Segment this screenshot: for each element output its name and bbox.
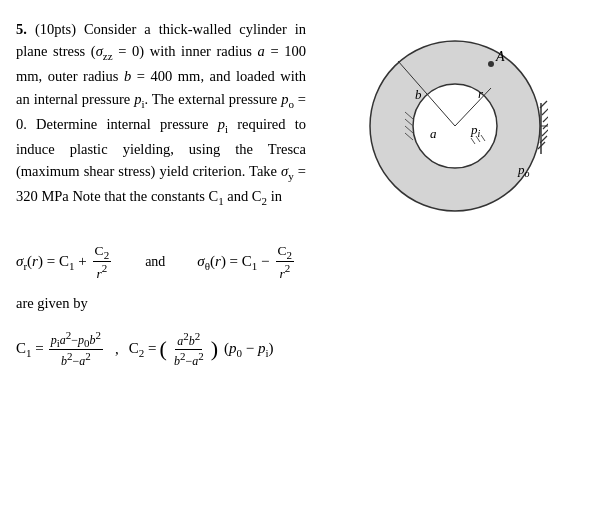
svg-line-4 (542, 108, 548, 115)
c1-frac: pia2−p0b2 b2−a2 (49, 329, 103, 369)
cylinder-diagram: A b r a pi po (363, 26, 548, 221)
and-label: and (145, 254, 165, 270)
comma-separator: , (115, 341, 119, 358)
formulas-section: σr(r) = C1 + C2 r2 and σθ(r) = C1 − C2 r… (0, 231, 611, 293)
problem-text-block: 5. (10pts) Consider a thick-walled cylin… (16, 18, 306, 221)
svg-point-17 (488, 61, 494, 67)
c1-formula: C1 = pia2−p0b2 b2−a2 (16, 329, 105, 369)
diagram-container: A b r a pi po (316, 18, 595, 221)
problem-statement: 5. (10pts) Consider a thick-walled cylin… (16, 18, 306, 210)
problem-points: (10pts) (35, 21, 84, 37)
label-a: a (430, 126, 437, 141)
c2-over-r2-frac-2: C2 r2 (276, 243, 295, 281)
c2-over-r2-frac: C2 r2 (93, 243, 112, 281)
bottom-formulas: C1 = pia2−p0b2 b2−a2 , C2 = ( a2b2 b2−a2… (0, 321, 611, 379)
are-given-text: are given by (0, 293, 611, 321)
c2-formula: C2 = ( a2b2 b2−a2 ) (p0 − pi) (129, 330, 274, 369)
sigma-r-formula: σr(r) = C1 + C2 r2 (16, 243, 113, 281)
label-b: b (415, 87, 422, 102)
svg-line-5 (543, 115, 548, 122)
c2-frac: a2b2 b2−a2 (172, 330, 206, 369)
problem-number: 5. (16, 21, 27, 37)
formula-row: σr(r) = C1 + C2 r2 and σθ(r) = C1 − C2 r… (16, 243, 595, 281)
label-A: A (495, 49, 505, 64)
svg-line-7 (542, 129, 548, 136)
sigma-theta-formula: σθ(r) = C1 − C2 r2 (197, 243, 296, 281)
